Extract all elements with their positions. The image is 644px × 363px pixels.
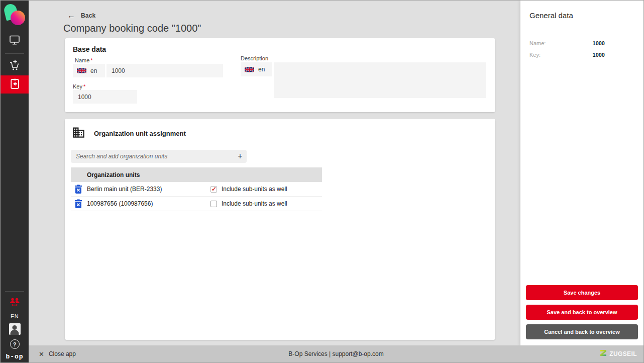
zugseil-z-icon [600, 349, 607, 358]
sidebar-item-booking-codes-active[interactable] [1, 75, 29, 94]
delete-org-unit-button[interactable] [74, 199, 82, 208]
description-textarea[interactable] [274, 62, 486, 98]
sidebar-divider-top [5, 53, 24, 54]
key-input[interactable] [73, 90, 137, 104]
table-row: 100987656 (100987656) Include sub-units … [71, 197, 322, 211]
footer-bar: ✕ Close app B-Op Services | support@b-op… [29, 345, 643, 362]
language-switch[interactable]: EN [11, 313, 19, 319]
base-data-title: Base data [73, 45, 106, 53]
uk-flag-icon [77, 68, 86, 73]
logo-gradient-circle [11, 11, 25, 25]
zugseil-wordmark: ZUGSEIL [609, 350, 637, 357]
sidebar-divider-bottom [5, 291, 24, 292]
org-table-header: Organization units [71, 167, 322, 182]
include-subunits-label: Include sub-units as well [222, 200, 287, 207]
name-lang-code: en [90, 67, 97, 74]
switch-account-icon[interactable] [8, 295, 21, 310]
general-key-value: 1000 [593, 52, 605, 58]
name-field-label: Name* [75, 57, 93, 63]
general-data-panel: General data Name: 1000 Key: 1000 Save c… [520, 1, 643, 346]
org-units-table: Organization units Berlin main [71, 167, 322, 211]
org-search-input[interactable] [71, 153, 234, 160]
close-app-button[interactable]: ✕ Close app [39, 350, 76, 358]
table-row: Berlin main unit (BER-2333) Include sub-… [71, 182, 322, 197]
include-subunits-label: Include sub-units as well [222, 186, 287, 193]
footer-support-text: B-Op Services | support@b-op.com [29, 350, 643, 357]
org-search-bar: + [71, 150, 247, 163]
bop-logo: b-op [6, 353, 23, 360]
save-and-back-button[interactable]: Save and back to overview [526, 305, 638, 320]
back-label: Back [81, 12, 96, 19]
monitor-icon [9, 34, 21, 48]
org-assignment-card: Organization unit assignment + Organizat… [65, 119, 495, 340]
general-name-row: Name: 1000 [529, 40, 605, 46]
close-icon: ✕ [39, 350, 44, 358]
building-icon [72, 126, 85, 141]
add-org-unit-button[interactable]: + [234, 150, 247, 163]
sidebar-bottom-group: EN ? b-op [1, 288, 29, 363]
description-lang-code: en [258, 66, 265, 73]
include-subunits-checkbox[interactable] [210, 201, 217, 207]
uk-flag-icon [245, 67, 254, 72]
general-key-row: Key: 1000 [529, 52, 605, 58]
back-arrow-icon: ← [67, 12, 75, 20]
sidebar-item-cart[interactable] [1, 57, 29, 75]
user-avatar[interactable] [9, 323, 21, 335]
zugseil-brand: ZUGSEIL [600, 349, 637, 358]
avatar-body [11, 330, 19, 335]
clipboard-back-icon [9, 77, 21, 92]
base-data-card: Base data Name* en Description [65, 38, 495, 112]
org-unit-name: 100987656 (100987656) [86, 200, 153, 207]
avatar-head [13, 325, 17, 330]
save-changes-button[interactable]: Save changes [526, 285, 638, 300]
include-subunits-checkbox[interactable] [210, 186, 217, 193]
general-data-title: General data [529, 11, 573, 20]
main-content: ← Back Company booking code "1000" Base … [29, 1, 521, 346]
description-field-label: Description [241, 55, 268, 61]
key-field-label: Key* [73, 83, 85, 89]
sidebar: EN ? b-op [1, 1, 29, 363]
org-unit-name: Berlin main unit (BER-2333) [86, 186, 162, 193]
name-input[interactable] [106, 64, 223, 77]
help-icon[interactable]: ? [10, 339, 20, 349]
cancel-and-back-button[interactable]: Cancel and back to overview [526, 324, 638, 339]
name-language-chip[interactable]: en [73, 64, 105, 77]
app-logo [4, 4, 25, 26]
general-name-label: Name: [529, 40, 546, 46]
app-window: EN ? b-op ← Back Company booking code "1… [0, 0, 644, 363]
back-button[interactable]: ← Back [67, 12, 96, 20]
general-key-label: Key: [529, 52, 541, 58]
description-language-chip[interactable]: en [241, 62, 272, 76]
cart-add-icon [8, 59, 21, 74]
general-name-value: 1000 [593, 40, 605, 46]
org-assignment-title: Organization unit assignment [94, 130, 186, 137]
org-units-column-header: Organization units [86, 171, 140, 178]
sidebar-item-desktop[interactable] [1, 32, 29, 50]
page-title: Company booking code "1000" [63, 23, 201, 34]
delete-org-unit-button[interactable] [74, 185, 82, 194]
close-app-label: Close app [49, 350, 76, 357]
